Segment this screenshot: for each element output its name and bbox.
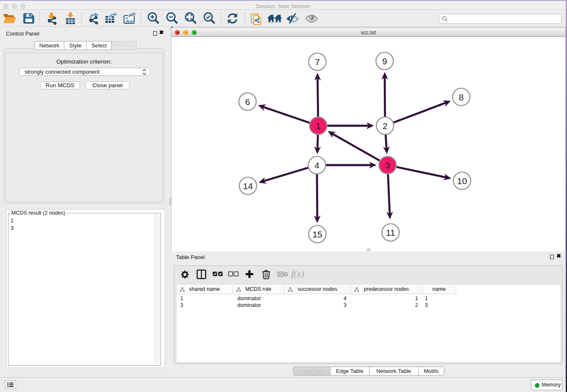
- svg-text:15: 15: [312, 229, 322, 239]
- svg-text:7: 7: [315, 57, 320, 67]
- svg-text:10: 10: [457, 176, 467, 186]
- svg-text:6: 6: [245, 97, 250, 107]
- svg-text:1: 1: [316, 121, 321, 131]
- svg-text:11: 11: [386, 228, 395, 237]
- svg-text:8: 8: [459, 92, 464, 102]
- svg-text:2: 2: [383, 121, 388, 131]
- svg-text:9: 9: [382, 56, 387, 66]
- svg-text:14: 14: [243, 181, 253, 191]
- svg-text:3: 3: [385, 160, 390, 170]
- svg-text:4: 4: [314, 160, 319, 170]
